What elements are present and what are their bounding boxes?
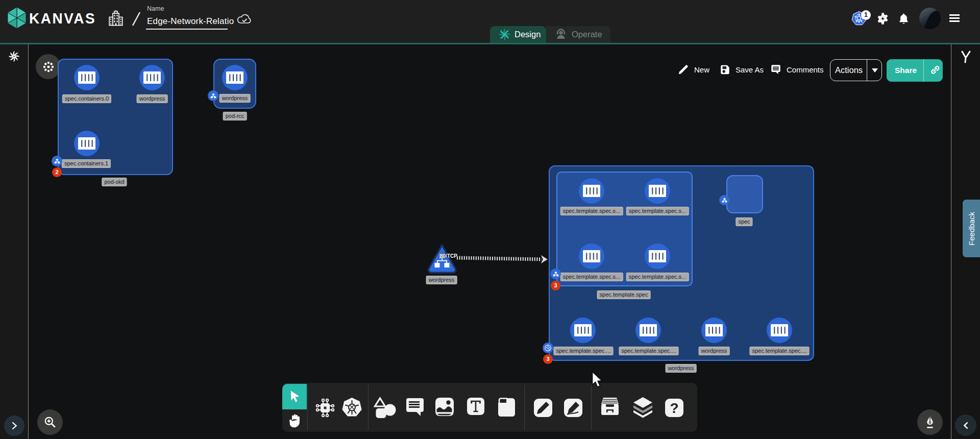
svg-text:?: ? — [670, 400, 678, 416]
